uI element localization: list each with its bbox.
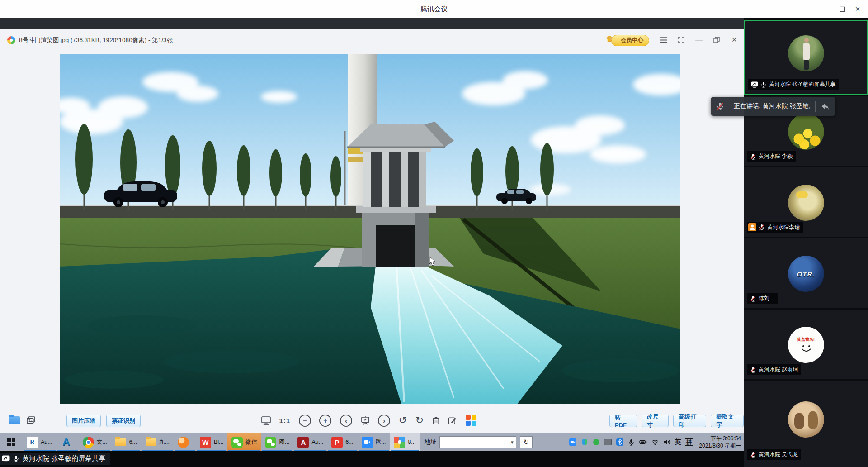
image-viewer-window: 8号斗门渲染图.jpg (736.31KB, 1920*1080像素) - 第1… bbox=[0, 29, 744, 433]
chevron-down-icon[interactable]: ▾ bbox=[509, 439, 516, 445]
mic-muted-icon bbox=[750, 452, 756, 458]
meeting-title: 腾讯会议 bbox=[0, 0, 868, 18]
tray-meeting-icon[interactable] bbox=[569, 438, 576, 446]
tray-shield-icon[interactable] bbox=[580, 438, 588, 446]
viewer-restore-button[interactable] bbox=[711, 34, 722, 46]
resize-button[interactable]: 改尺寸 bbox=[642, 415, 669, 427]
fullscreen-icon[interactable] bbox=[676, 34, 687, 46]
wifi-icon[interactable] bbox=[651, 438, 659, 446]
image-viewer-app-icon bbox=[7, 36, 15, 44]
taskbar-app-pdf[interactable]: P6... bbox=[327, 433, 357, 451]
taskbar-app-tencent-meeting[interactable]: 腾... bbox=[358, 433, 390, 451]
copy-image-icon[interactable] bbox=[26, 416, 36, 425]
viewer-minimize-button[interactable]: — bbox=[693, 34, 704, 46]
battery-icon[interactable] bbox=[639, 438, 647, 446]
taskbar-app-browser[interactable] bbox=[174, 433, 196, 451]
revit-icon: R bbox=[27, 437, 38, 448]
image-compress-button[interactable]: 图片压缩 bbox=[66, 415, 101, 427]
maximize-button[interactable] bbox=[835, 0, 850, 18]
autodesk-icon: A bbox=[61, 437, 72, 448]
chrome-icon bbox=[83, 437, 94, 448]
viewer-close-button[interactable]: × bbox=[729, 34, 740, 46]
participant-tile-sharing[interactable]: 黄河水院 张圣敏的屏幕共享 bbox=[744, 20, 868, 95]
meeting-icon bbox=[362, 437, 373, 448]
menu-icon[interactable] bbox=[658, 34, 669, 46]
divider bbox=[815, 101, 816, 112]
image-canvas bbox=[60, 54, 680, 404]
reply-arrow-icon[interactable] bbox=[820, 103, 830, 110]
taskbar-app-autocad[interactable]: AAu... bbox=[293, 433, 327, 451]
taskbar-app-revit[interactable]: RAu... bbox=[23, 433, 57, 451]
bluetooth-icon[interactable] bbox=[616, 438, 623, 446]
taskbar-app-wps[interactable]: WBl... bbox=[196, 433, 228, 451]
speaker-icon[interactable] bbox=[663, 438, 670, 446]
ticket-ocr-button[interactable]: 票证识别 bbox=[106, 415, 141, 427]
avatar bbox=[788, 114, 824, 150]
participant-label: 黄河水院 赵雨珂 bbox=[747, 364, 801, 375]
address-label: 地址 bbox=[425, 438, 437, 446]
advanced-print-button[interactable]: 高级打印 bbox=[673, 415, 706, 427]
tray-display-icon[interactable] bbox=[604, 438, 612, 446]
browser-icon bbox=[178, 437, 189, 448]
zoom-out-icon[interactable]: − bbox=[299, 415, 311, 427]
taskbar-app-chrome[interactable]: 文... bbox=[79, 433, 111, 451]
delete-icon[interactable] bbox=[432, 416, 440, 425]
participant-tile[interactable]: OTR. 陈刘一 bbox=[744, 238, 868, 308]
taskbar-app-wechat[interactable]: 微信 bbox=[227, 433, 261, 451]
participant-label: 黄河水院 李颖 bbox=[747, 151, 796, 162]
participant-label: 黄河水院李瑞 bbox=[747, 222, 803, 233]
participant-tile[interactable]: 莫点我名! 黄河水院 赵雨珂 bbox=[744, 310, 868, 379]
microphone-tray-icon[interactable] bbox=[627, 438, 635, 446]
taskbar-clock[interactable]: 下午 3:06:54 2021/8/30 星期一 bbox=[699, 435, 741, 449]
participant-tile[interactable]: 黄河水院李瑞 bbox=[744, 167, 868, 237]
participant-tile[interactable]: 黄河水院 吴弋龙 bbox=[744, 381, 868, 467]
vip-center-button[interactable]: 会员中心 bbox=[611, 35, 649, 46]
address-refresh-button[interactable]: ↻ bbox=[520, 436, 533, 448]
extract-text-button[interactable]: 提取文字 bbox=[711, 415, 744, 427]
to-pdf-button[interactable]: 转PDF bbox=[609, 415, 637, 427]
clock-date: 2021/8/30 星期一 bbox=[699, 442, 741, 449]
shared-screen-top-strip bbox=[0, 18, 744, 29]
wechat-icon bbox=[265, 437, 276, 448]
tray-wechat-icon[interactable] bbox=[592, 438, 600, 446]
wps-icon: W bbox=[200, 437, 211, 448]
autocad-icon: A bbox=[297, 437, 309, 448]
avatar bbox=[788, 185, 824, 221]
language-indicator[interactable]: 英 bbox=[675, 438, 681, 446]
participant-label: 黄河水院 吴弋龙 bbox=[747, 449, 801, 460]
actual-size-icon[interactable]: 1:1 bbox=[279, 417, 291, 424]
zoom-in-icon[interactable]: + bbox=[319, 415, 331, 427]
edit-icon[interactable] bbox=[448, 416, 457, 425]
address-toolbar: 地址 ▾ ↻ bbox=[425, 436, 533, 448]
taskbar-app-autodesk[interactable]: A bbox=[57, 433, 79, 451]
taskbar-app-image-viewer[interactable]: 8... bbox=[390, 433, 420, 451]
mic-muted-icon bbox=[750, 153, 756, 160]
meeting-titlebar: 腾讯会议 — × bbox=[0, 0, 868, 19]
next-image-icon[interactable]: › bbox=[378, 415, 390, 427]
rotate-left-icon[interactable]: ↺ bbox=[399, 415, 407, 425]
taskbar-app-folder-6[interactable]: 6... bbox=[111, 433, 141, 451]
viewer-title: 8号斗门渲染图.jpg (736.31KB, 1920*1080像素) - 第1… bbox=[19, 35, 173, 46]
slideshow-icon[interactable] bbox=[361, 416, 370, 425]
apps-grid-icon[interactable] bbox=[466, 415, 476, 426]
open-folder-icon[interactable] bbox=[9, 416, 20, 424]
participant-label: 黄河水院 张圣敏的屏幕共享 bbox=[748, 79, 839, 90]
fit-screen-icon[interactable] bbox=[261, 416, 271, 425]
address-input[interactable]: ▾ bbox=[439, 436, 516, 448]
minimize-button[interactable]: — bbox=[819, 0, 835, 18]
close-button[interactable]: × bbox=[850, 0, 865, 18]
speaking-tooltip: 正在讲话: 黄河水院 张圣敏; bbox=[711, 97, 835, 116]
taskbar-app-wechat-image[interactable]: 图... bbox=[261, 433, 293, 451]
avatar bbox=[788, 401, 824, 438]
taskbar-app-folder-jiu[interactable]: 九... bbox=[141, 433, 174, 451]
mic-on-icon bbox=[760, 81, 767, 88]
start-button[interactable] bbox=[0, 433, 23, 451]
ime-indicator[interactable]: 拼 bbox=[685, 438, 693, 446]
system-tray: 英 拼 下午 3:06:54 2021/8/30 星期一 bbox=[569, 435, 744, 449]
avatar: OTR. bbox=[788, 256, 824, 292]
mic-muted-icon bbox=[716, 102, 724, 110]
shared-screen-bottom-strip bbox=[0, 451, 744, 467]
rotate-right-icon[interactable]: ↻ bbox=[415, 415, 424, 425]
previous-image-icon[interactable]: ‹ bbox=[340, 415, 352, 427]
speaking-text: 正在讲话: 黄河水院 张圣敏; bbox=[734, 102, 811, 110]
